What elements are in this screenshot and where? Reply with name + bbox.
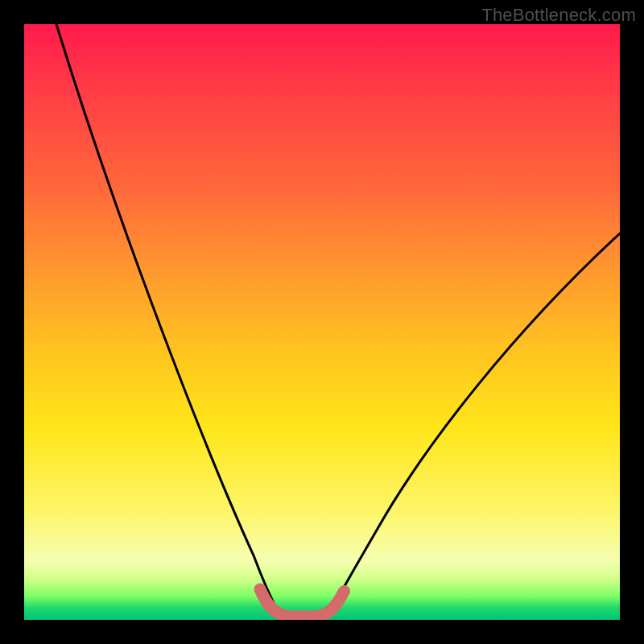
- svg-point-0: [254, 584, 266, 595]
- bottom-marker-dots: [254, 584, 350, 616]
- left-branch-path: [56, 24, 280, 616]
- svg-point-1: [260, 595, 271, 606]
- svg-point-5: [339, 585, 350, 597]
- chart-stage: TheBottleneck.com: [0, 0, 644, 644]
- right-branch-path: [328, 233, 620, 616]
- svg-point-4: [333, 595, 345, 606]
- watermark-text: TheBottleneck.com: [481, 5, 636, 26]
- curve-layer: [24, 24, 620, 620]
- svg-point-2: [268, 605, 279, 616]
- svg-point-3: [327, 603, 338, 614]
- plot-area: [24, 24, 620, 620]
- bottom-marker-path: [260, 589, 344, 617]
